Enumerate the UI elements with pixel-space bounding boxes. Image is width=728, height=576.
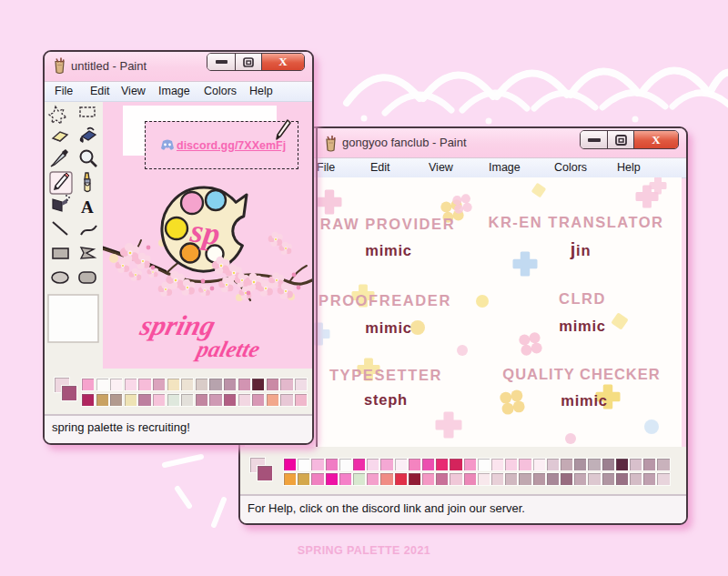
- svg-text:sp: sp: [187, 212, 222, 252]
- svg-text:A: A: [81, 197, 94, 217]
- svg-text:SPRING PALETTE 2021: SPRING PALETTE 2021: [298, 544, 430, 557]
